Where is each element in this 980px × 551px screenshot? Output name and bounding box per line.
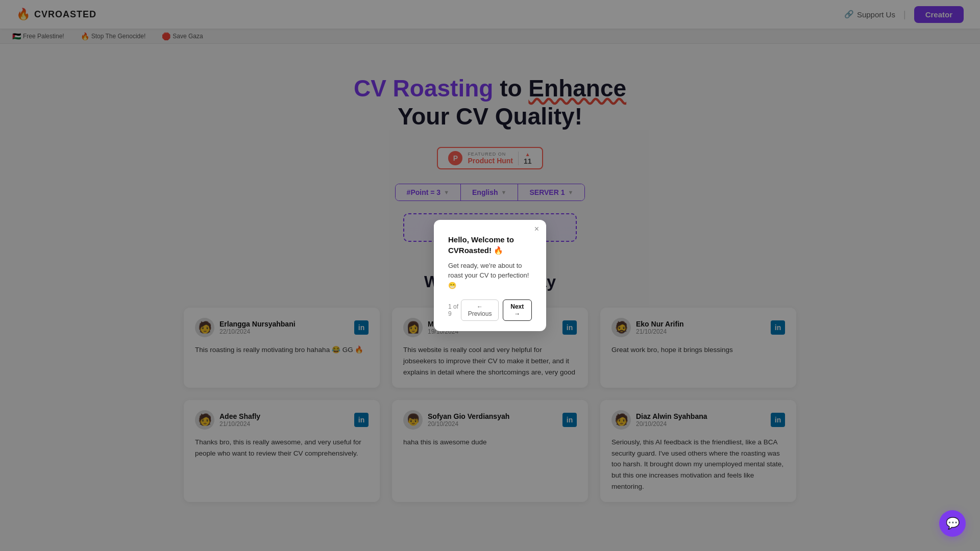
dialog-prev-button[interactable]: ← Previous [461, 299, 498, 321]
dialog-next-button[interactable]: Next → [503, 299, 532, 321]
welcome-dialog: × Hello, Welcome to CVRoasted! 🔥 Get rea… [434, 220, 546, 332]
modal-overlay[interactable]: × Hello, Welcome to CVRoasted! 🔥 Get rea… [0, 0, 980, 551]
dialog-close-button[interactable]: × [534, 225, 539, 233]
chat-icon: 💬 [946, 517, 960, 530]
dialog-footer: 1 of 9 ← Previous Next → [448, 299, 532, 321]
chat-widget[interactable]: 💬 [939, 510, 966, 537]
dialog-body: Get ready, we're about to roast your CV … [448, 261, 532, 291]
dialog-title: Hello, Welcome to CVRoasted! 🔥 [448, 234, 532, 256]
dialog-counter: 1 of 9 [448, 303, 461, 317]
dialog-actions: ← Previous Next → [461, 299, 532, 321]
